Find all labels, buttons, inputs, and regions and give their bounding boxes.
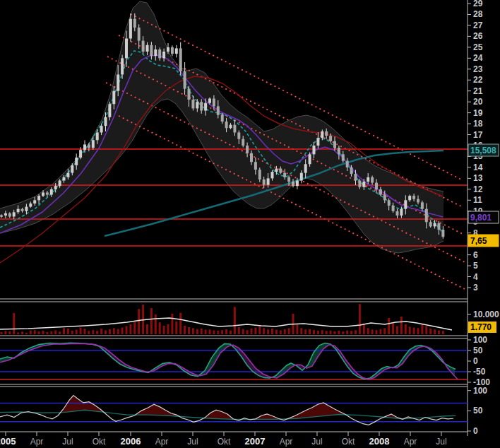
volume-bar xyxy=(38,331,40,334)
volume-bar xyxy=(251,329,253,334)
volume-bar xyxy=(417,328,419,334)
candle-body xyxy=(296,180,299,186)
volume-bar xyxy=(76,330,78,334)
candle-body xyxy=(8,213,11,217)
volume-bar xyxy=(67,329,69,334)
value-box-text: 15,508 xyxy=(470,146,496,155)
volume-bar xyxy=(213,330,215,334)
candle-body xyxy=(225,122,228,128)
volume-bar xyxy=(234,307,236,334)
volume-bar xyxy=(138,309,140,334)
candle-body xyxy=(441,230,444,237)
price-tick-label: 11 xyxy=(473,195,482,205)
candle-body xyxy=(292,182,294,186)
candle-body xyxy=(125,38,128,58)
volume-bar xyxy=(30,331,32,334)
candle-body xyxy=(83,144,86,150)
volume-bar xyxy=(184,326,186,334)
volume-bar xyxy=(21,331,23,334)
candle-body xyxy=(396,211,399,216)
time-axis-label: Apr xyxy=(30,437,44,447)
volume-bar xyxy=(50,331,52,334)
volume-scale-label: 10.000 xyxy=(473,310,499,319)
volume-bar xyxy=(263,328,265,334)
volume-bar xyxy=(205,330,207,334)
time-axis-label: Apr xyxy=(404,437,417,447)
candle-body xyxy=(230,125,232,129)
volume-bar xyxy=(71,331,73,334)
candle-body xyxy=(37,196,40,200)
volume-bar xyxy=(96,331,98,334)
candle-body xyxy=(142,41,145,52)
volume-bar xyxy=(121,327,124,334)
candle-body xyxy=(184,71,186,89)
price-tick-label: 24 xyxy=(473,53,483,63)
candle-body xyxy=(191,100,194,108)
volume-bar xyxy=(133,322,136,334)
oscillator-tick-label: 50 xyxy=(473,406,483,415)
candle-body xyxy=(100,126,103,132)
price-tick-label: 28 xyxy=(473,9,483,19)
volume-bar xyxy=(317,331,319,334)
volume-bar xyxy=(421,324,423,334)
volume-bar xyxy=(34,330,36,334)
candle-body xyxy=(404,200,407,208)
candle-body xyxy=(258,170,261,179)
volume-bar xyxy=(159,322,161,334)
candle-body xyxy=(313,146,316,154)
value-box-text: 9,801 xyxy=(470,213,492,223)
volume-bar xyxy=(346,331,348,334)
candle-body xyxy=(213,99,215,107)
price-tick-label: 6 xyxy=(473,250,478,260)
volume-bar xyxy=(309,329,311,334)
volume-bar xyxy=(88,331,90,334)
price-tick-label: 13 xyxy=(473,173,483,183)
price-tick-label: 14 xyxy=(473,163,483,172)
time-axis-label: 2006 xyxy=(121,436,141,447)
candle-body xyxy=(383,195,386,201)
candle-body xyxy=(233,125,236,133)
candle-body xyxy=(358,180,361,187)
candle-body xyxy=(59,180,61,186)
time-axis-label: 2005 xyxy=(0,436,16,447)
price-tick-label: 5 xyxy=(473,261,478,271)
volume-bar xyxy=(59,331,61,334)
candle-body xyxy=(208,99,211,103)
volume-bar xyxy=(267,329,269,334)
candle-body xyxy=(362,182,365,187)
volume-bar xyxy=(442,331,444,334)
candle-body xyxy=(162,52,165,58)
candle-body xyxy=(42,192,44,196)
oscillator-tick-label: 100 xyxy=(473,335,487,345)
time-axis-label: Jul xyxy=(436,437,446,447)
candle-body xyxy=(316,138,319,146)
price-tick-label: 21 xyxy=(473,86,483,96)
volume-bar xyxy=(280,330,282,334)
candle-body xyxy=(321,131,323,138)
candle-body xyxy=(417,199,419,203)
candle-body xyxy=(250,153,253,162)
volume-bar xyxy=(201,329,203,334)
volume-bar xyxy=(155,314,157,334)
candle-body xyxy=(263,179,266,185)
candle-body xyxy=(154,49,157,56)
candle-body xyxy=(71,165,73,173)
volume-bar xyxy=(167,324,169,334)
candle-body xyxy=(112,91,115,105)
volume-bar xyxy=(13,313,15,334)
candle-body xyxy=(63,177,66,181)
oscillator-tick-label: -50 xyxy=(473,367,486,377)
candle-body xyxy=(138,28,141,41)
candle-body xyxy=(367,177,369,182)
volume-bar xyxy=(105,330,107,334)
candle-body xyxy=(271,172,274,178)
candle-body xyxy=(375,183,378,189)
volume-bar xyxy=(338,331,340,334)
price-tick-label: 20 xyxy=(473,97,483,107)
candle-body xyxy=(105,117,107,126)
volume-bar xyxy=(117,329,119,334)
candle-body xyxy=(200,102,203,110)
volume-bar xyxy=(8,331,11,334)
chart-canvas[interactable]: 3456789101112131415161718192021222324252… xyxy=(0,0,500,448)
volume-bar xyxy=(275,330,278,334)
